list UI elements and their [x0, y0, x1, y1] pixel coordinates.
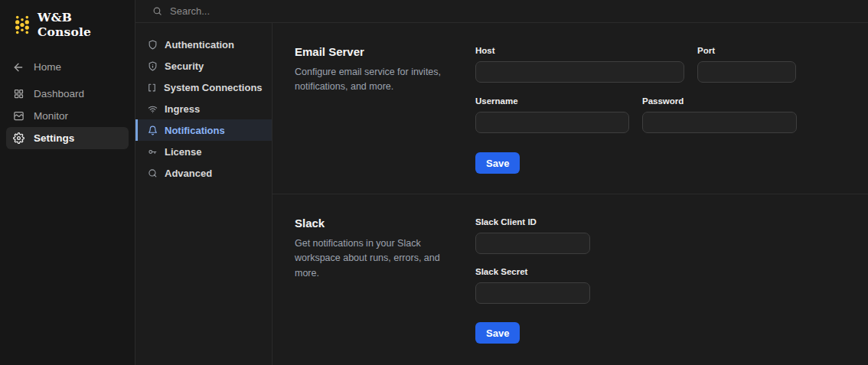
topbar — [135, 0, 868, 23]
port-label: Port — [697, 46, 796, 55]
settings-nav-label: System Connections — [164, 82, 263, 93]
sidebar-item-settings[interactable]: Settings — [6, 127, 129, 149]
sidebar-item-label: Settings — [34, 132, 74, 144]
host-label: Host — [475, 46, 684, 55]
shield-info-icon — [147, 60, 158, 71]
main-sidebar: W&B Console Home Dashboard Monitor Setti… — [0, 0, 135, 365]
slack-client-id-field[interactable] — [475, 233, 590, 254]
email-section-description: Configure email service for invites, not… — [295, 65, 446, 95]
search-bar[interactable] — [152, 5, 851, 17]
sidebar-item-label: Monitor — [34, 110, 68, 122]
settings-nav-item-advanced[interactable]: Advanced — [135, 162, 272, 184]
sidebar-item-dashboard[interactable]: Dashboard — [6, 83, 129, 105]
settings-nav-item-ingress[interactable]: Ingress — [135, 98, 272, 119]
app-title: W&B Console — [38, 10, 122, 39]
settings-nav-label: Notifications — [165, 125, 225, 136]
slack-save-button[interactable]: Save — [475, 322, 520, 344]
slack-section-title: Slack — [295, 217, 457, 230]
settings-nav-label: Advanced — [165, 168, 212, 179]
port-field[interactable] — [697, 61, 796, 83]
password-field[interactable] — [642, 112, 797, 133]
search-icon — [152, 6, 162, 16]
main-nav: Home Dashboard Monitor Settings — [0, 46, 135, 149]
gear-icon — [12, 132, 24, 145]
bell-icon — [147, 125, 158, 135]
sidebar-item-home[interactable]: Home — [6, 56, 129, 78]
right-region: Authentication Security System Connectio… — [135, 0, 868, 365]
host-field[interactable] — [475, 61, 684, 83]
slack-form: Slack Client ID Slack Secret Save — [475, 217, 868, 344]
settings-nav-label: Ingress — [165, 103, 200, 115]
settings-nav-label: Authentication — [165, 39, 234, 51]
settings-nav-item-notifications[interactable]: Notifications — [135, 119, 272, 141]
settings-nav-item-authentication[interactable]: Authentication — [135, 34, 272, 55]
shield-icon — [147, 39, 158, 50]
arrow-left-icon — [12, 61, 24, 73]
username-label: Username — [475, 96, 629, 106]
sidebar-item-label: Home — [34, 61, 61, 73]
email-server-section: Email Server Configure email service for… — [272, 23, 868, 194]
email-save-button[interactable]: Save — [475, 152, 520, 174]
grid-icon — [12, 88, 24, 100]
settings-nav-item-security[interactable]: Security — [135, 55, 272, 77]
sidebar-item-monitor[interactable]: Monitor — [6, 105, 129, 127]
key-icon — [147, 146, 158, 157]
settings-nav-item-license[interactable]: License — [135, 141, 272, 162]
slack-section: Slack Get notifications in your Slack wo… — [272, 194, 868, 344]
wifi-icon — [147, 103, 158, 114]
username-field[interactable] — [475, 112, 629, 133]
monitor-icon — [12, 110, 24, 122]
slack-client-id-label: Slack Client ID — [475, 217, 590, 226]
slack-secret-label: Slack Secret — [475, 267, 590, 276]
settings-content: Email Server Configure email service for… — [272, 23, 868, 365]
sidebar-item-label: Dashboard — [34, 88, 84, 99]
app-logo: W&B Console — [0, 0, 135, 46]
email-section-title: Email Server — [295, 45, 457, 58]
advanced-icon — [147, 168, 158, 178]
settings-nav-label: License — [165, 146, 201, 158]
settings-nav-item-system-connections[interactable]: System Connections — [135, 77, 272, 98]
brackets-icon — [147, 82, 157, 93]
slack-secret-field[interactable] — [475, 282, 590, 304]
slack-section-description: Get notifications in your Slack workspac… — [295, 236, 446, 281]
search-input[interactable] — [170, 5, 400, 17]
settings-nav: Authentication Security System Connectio… — [135, 23, 272, 365]
settings-nav-label: Security — [165, 60, 204, 72]
email-server-form: Host Port Username — [475, 45, 868, 194]
password-label: Password — [642, 96, 797, 106]
wandb-logo-icon — [14, 15, 31, 35]
